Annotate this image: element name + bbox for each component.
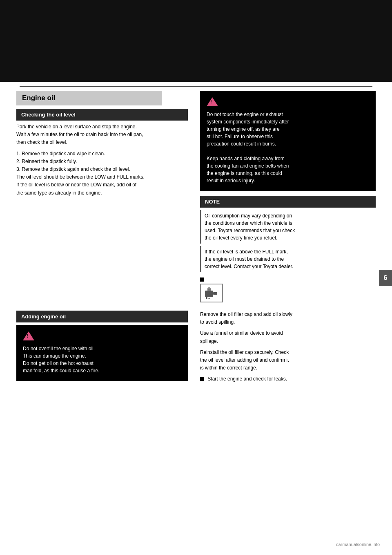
right-note-header: NOTE — [200, 196, 376, 208]
bottom-bullet-icon — [200, 377, 204, 381]
small-square-label — [200, 276, 376, 282]
svg-rect-1 — [213, 292, 217, 295]
right-bordered-note: If the oil level is above the FULL mark,… — [200, 246, 376, 272]
bottom-content-row: Adding engine oil Do not overfill the en… — [16, 311, 376, 387]
bottom-right-col: Remove the oil filler cap and add oil sl… — [196, 311, 376, 387]
bottom-section: Adding engine oil Do not overfill the en… — [0, 311, 392, 387]
mid-right-content: If the oil level is above the FULL mark,… — [196, 246, 376, 302]
oil-can-icon — [204, 286, 219, 300]
warning-triangle-icon — [207, 97, 218, 106]
left-column: Engine oil Checking the oil level Park t… — [16, 91, 196, 246]
warning-text-right: Do not touch the engine or exhaust syste… — [207, 111, 369, 184]
bottom-right-text-3: Reinstall the oil filler cap securely. C… — [200, 349, 376, 372]
bottom-right-text-4: Start the engine and check for leaks. — [200, 375, 376, 383]
mid-left-spacer — [16, 246, 196, 302]
bottom-left-header: Adding engine oil — [16, 311, 188, 322]
right-note-box: Oil consumption may vary depending on th… — [200, 210, 376, 244]
watermark: carmanualsonline.info — [336, 542, 380, 547]
bottom-right-text-1: Remove the oil filler cap and add oil sl… — [200, 311, 376, 326]
right-column: Do not touch the engine or exhaust syste… — [196, 91, 376, 246]
svg-rect-0 — [205, 291, 213, 297]
engine-oil-header: Engine oil — [16, 91, 162, 105]
bottom-warning-box: Do not overfill the engine with oil. Thi… — [16, 325, 188, 381]
main-content: Engine oil Checking the oil level Park t… — [0, 91, 392, 246]
left-section-header: Checking the oil level — [16, 109, 188, 121]
bottom-right-text-2: Use a funnel or similar device to avoid … — [200, 329, 376, 345]
mid-section: If the oil level is above the FULL mark,… — [0, 246, 392, 302]
page-number-tab: 6 — [379, 270, 392, 286]
oil-icon-box — [200, 284, 223, 302]
left-body-paragraph-1: Park the vehicle on a level surface and … — [16, 123, 188, 147]
svg-point-5 — [209, 298, 210, 299]
page-container: Engine oil Checking the oil level Park t… — [0, 0, 392, 555]
top-black-area — [0, 0, 392, 82]
section-divider — [20, 86, 372, 87]
bottom-warning-triangle-icon — [23, 331, 34, 340]
svg-rect-3 — [208, 287, 210, 289]
bottom-warning-text: Do not overfill the engine with oil. Thi… — [23, 345, 181, 374]
bottom-left-col: Adding engine oil Do not overfill the en… — [16, 311, 196, 387]
warning-box-right: Do not touch the engine or exhaust syste… — [200, 91, 376, 191]
svg-point-4 — [206, 297, 207, 299]
bullet-square-icon — [200, 278, 204, 282]
left-body-paragraph-2: 1. Remove the dipstick and wipe it clean… — [16, 150, 188, 197]
